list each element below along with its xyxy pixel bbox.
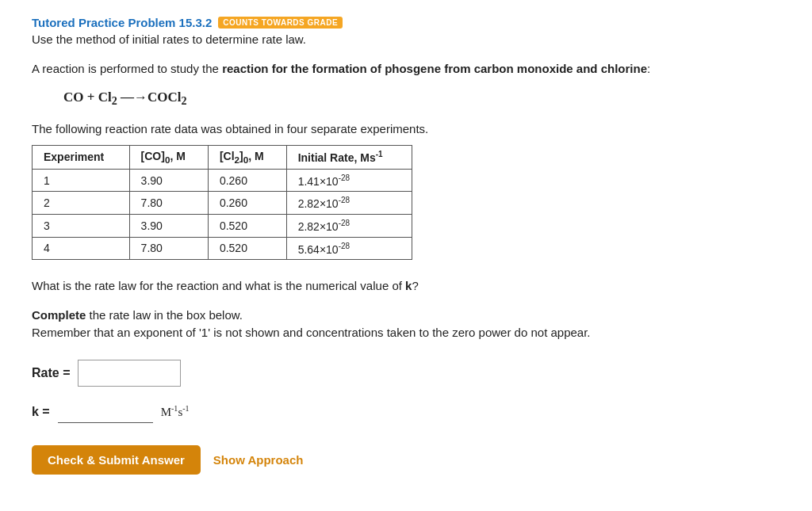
- table-cell: 0.520: [208, 215, 286, 238]
- submit-button[interactable]: Check & Submit Answer: [32, 445, 201, 475]
- table-cell: 1: [33, 169, 130, 192]
- chemical-equation: CO + Cl2 —→COCl2: [63, 90, 780, 108]
- table-cell: 2.82×10-28: [286, 192, 412, 215]
- table-cell: 2: [33, 192, 130, 215]
- intro-paragraph: A reaction is performed to study the rea…: [32, 60, 780, 78]
- k-input[interactable]: [58, 401, 153, 423]
- instructions-line2: Remember that an exponent of '1' is not …: [32, 326, 591, 339]
- col-header-rate: Initial Rate, Ms-1: [286, 145, 412, 169]
- table-cell: 3: [33, 215, 130, 238]
- col-header-cl2: [Cl2]0, M: [208, 145, 286, 169]
- problem-subtitle: Use the method of initial rates to deter…: [32, 32, 780, 46]
- intro-text2: :: [647, 62, 650, 75]
- table-cell: 7.80: [129, 192, 208, 215]
- intro-text1: A reaction is performed to study the: [32, 62, 222, 75]
- intro-bold: reaction for the formation of phosgene f…: [222, 62, 647, 75]
- question-text: What is the rate law for the reaction an…: [32, 277, 780, 296]
- col-header-experiment: Experiment: [33, 145, 130, 169]
- rate-input[interactable]: [78, 360, 181, 387]
- k-row: k = M-1s-1: [32, 401, 780, 423]
- table-cell: 3.90: [129, 169, 208, 192]
- table-row: 13.900.2601.41×10-28: [33, 169, 412, 192]
- col-header-co: [CO]0, M: [129, 145, 208, 169]
- table-cell: 7.80: [129, 237, 208, 260]
- rate-row: Rate =: [32, 360, 780, 387]
- k-label: k =: [32, 405, 50, 419]
- table-cell: 4: [33, 237, 130, 260]
- k-unit: M-1s-1: [161, 404, 190, 419]
- data-intro-text: The following reaction rate data was obt…: [32, 122, 780, 135]
- rate-data-table: Experiment [CO]0, M [Cl2]0, M Initial Ra…: [32, 145, 412, 260]
- table-row: 33.900.5202.82×10-28: [33, 215, 412, 238]
- table-cell: 5.64×10-28: [286, 237, 412, 260]
- button-row: Check & Submit Answer Show Approach: [32, 445, 780, 475]
- problem-title: Tutored Practice Problem 15.3.2: [32, 16, 212, 29]
- table-cell: 2.82×10-28: [286, 215, 412, 238]
- counts-badge: COUNTS TOWARDS GRADE: [218, 17, 343, 29]
- table-cell: 0.520: [208, 237, 286, 260]
- table-cell: 0.260: [208, 169, 286, 192]
- table-row: 47.800.5205.64×10-28: [33, 237, 412, 260]
- table-cell: 1.41×10-28: [286, 169, 412, 192]
- instructions: Complete the rate law in the box below. …: [32, 307, 780, 342]
- show-approach-button[interactable]: Show Approach: [213, 453, 304, 467]
- rate-label: Rate =: [32, 366, 70, 380]
- table-row: 27.800.2602.82×10-28: [33, 192, 412, 215]
- problem-title-line: Tutored Practice Problem 15.3.2 COUNTS T…: [32, 16, 780, 29]
- table-cell: 0.260: [208, 192, 286, 215]
- table-cell: 3.90: [129, 215, 208, 238]
